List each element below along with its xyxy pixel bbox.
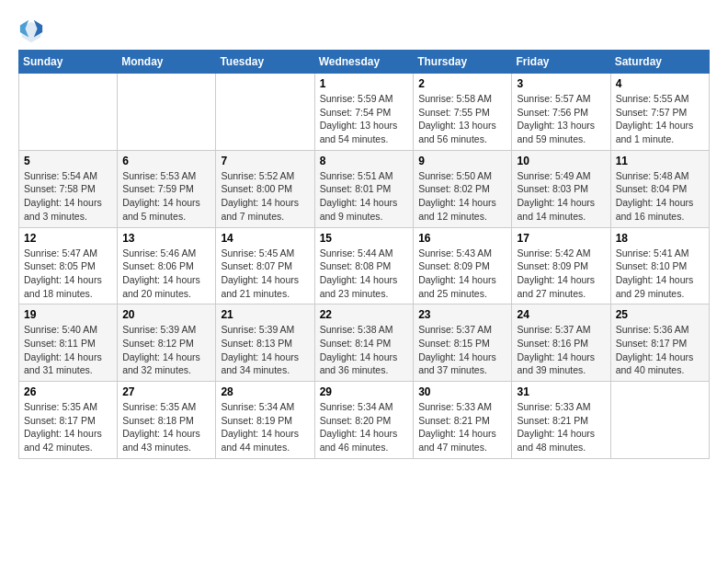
day-number: 29 xyxy=(320,385,409,398)
calendar-cell: 10Sunrise: 5:49 AM Sunset: 8:03 PM Dayli… xyxy=(512,150,610,227)
day-info: Sunrise: 5:40 AM Sunset: 8:11 PM Dayligh… xyxy=(24,323,112,377)
week-row-1: 1Sunrise: 5:59 AM Sunset: 7:54 PM Daylig… xyxy=(19,74,710,151)
week-row-3: 12Sunrise: 5:47 AM Sunset: 8:05 PM Dayli… xyxy=(19,227,710,304)
calendar-cell: 27Sunrise: 5:35 AM Sunset: 8:18 PM Dayli… xyxy=(118,382,216,459)
day-number: 21 xyxy=(221,308,309,321)
calendar-cell: 21Sunrise: 5:39 AM Sunset: 8:13 PM Dayli… xyxy=(216,304,314,382)
day-number: 22 xyxy=(320,308,409,321)
calendar: SundayMondayTuesdayWednesdayThursdayFrid… xyxy=(18,50,710,459)
calendar-cell xyxy=(610,382,709,459)
calendar-cell: 12Sunrise: 5:47 AM Sunset: 8:05 PM Dayli… xyxy=(19,227,118,304)
calendar-cell xyxy=(216,74,314,151)
day-number: 2 xyxy=(418,77,506,90)
day-info: Sunrise: 5:41 AM Sunset: 8:10 PM Dayligh… xyxy=(616,247,704,301)
day-info: Sunrise: 5:34 AM Sunset: 8:20 PM Dayligh… xyxy=(320,400,409,454)
calendar-cell: 24Sunrise: 5:37 AM Sunset: 8:16 PM Dayli… xyxy=(512,304,610,382)
day-info: Sunrise: 5:34 AM Sunset: 8:19 PM Dayligh… xyxy=(221,400,309,454)
day-info: Sunrise: 5:35 AM Sunset: 8:18 PM Dayligh… xyxy=(122,400,210,454)
day-number: 20 xyxy=(122,308,210,321)
calendar-cell: 3Sunrise: 5:57 AM Sunset: 7:56 PM Daylig… xyxy=(512,74,610,151)
calendar-cell: 9Sunrise: 5:50 AM Sunset: 8:02 PM Daylig… xyxy=(414,150,512,227)
day-info: Sunrise: 5:48 AM Sunset: 8:04 PM Dayligh… xyxy=(616,169,704,224)
calendar-cell: 18Sunrise: 5:41 AM Sunset: 8:10 PM Dayli… xyxy=(610,227,709,304)
calendar-cell: 13Sunrise: 5:46 AM Sunset: 8:06 PM Dayli… xyxy=(118,227,216,304)
calendar-cell: 1Sunrise: 5:59 AM Sunset: 7:54 PM Daylig… xyxy=(314,74,414,151)
day-number: 28 xyxy=(221,385,309,398)
day-number: 19 xyxy=(24,308,112,321)
calendar-cell: 26Sunrise: 5:35 AM Sunset: 8:17 PM Dayli… xyxy=(19,382,118,459)
day-number: 5 xyxy=(24,155,112,167)
week-row-2: 5Sunrise: 5:54 AM Sunset: 7:58 PM Daylig… xyxy=(19,150,710,227)
day-number: 15 xyxy=(320,232,409,245)
week-row-5: 26Sunrise: 5:35 AM Sunset: 8:17 PM Dayli… xyxy=(19,382,710,459)
day-info: Sunrise: 5:52 AM Sunset: 8:00 PM Dayligh… xyxy=(221,169,309,224)
day-number: 1 xyxy=(320,77,409,90)
day-info: Sunrise: 5:57 AM Sunset: 7:56 PM Dayligh… xyxy=(517,92,605,146)
day-info: Sunrise: 5:37 AM Sunset: 8:16 PM Dayligh… xyxy=(517,323,605,377)
day-number: 4 xyxy=(616,77,704,90)
day-number: 27 xyxy=(122,385,210,398)
day-info: Sunrise: 5:42 AM Sunset: 8:09 PM Dayligh… xyxy=(517,247,605,301)
day-number: 6 xyxy=(122,155,210,167)
day-number: 31 xyxy=(517,385,605,398)
calendar-cell: 8Sunrise: 5:51 AM Sunset: 8:01 PM Daylig… xyxy=(314,150,414,227)
day-info: Sunrise: 5:39 AM Sunset: 8:12 PM Dayligh… xyxy=(122,323,210,377)
day-number: 17 xyxy=(517,232,605,245)
header-wednesday: Wednesday xyxy=(314,51,414,74)
calendar-cell xyxy=(19,74,118,151)
day-number: 24 xyxy=(517,308,605,321)
calendar-cell: 25Sunrise: 5:36 AM Sunset: 8:17 PM Dayli… xyxy=(610,304,709,382)
day-number: 3 xyxy=(517,77,605,90)
calendar-cell: 17Sunrise: 5:42 AM Sunset: 8:09 PM Dayli… xyxy=(512,227,610,304)
day-info: Sunrise: 5:39 AM Sunset: 8:13 PM Dayligh… xyxy=(221,323,309,377)
calendar-cell: 23Sunrise: 5:37 AM Sunset: 8:15 PM Dayli… xyxy=(414,304,512,382)
header-monday: Monday xyxy=(118,51,216,74)
day-info: Sunrise: 5:36 AM Sunset: 8:17 PM Dayligh… xyxy=(616,323,704,377)
day-info: Sunrise: 5:37 AM Sunset: 8:15 PM Dayligh… xyxy=(418,323,506,377)
day-number: 26 xyxy=(24,385,112,398)
header-thursday: Thursday xyxy=(414,51,512,74)
day-info: Sunrise: 5:50 AM Sunset: 8:02 PM Dayligh… xyxy=(418,169,506,224)
day-number: 11 xyxy=(616,155,704,167)
header-saturday: Saturday xyxy=(610,51,709,74)
day-info: Sunrise: 5:33 AM Sunset: 8:21 PM Dayligh… xyxy=(418,400,506,454)
week-row-4: 19Sunrise: 5:40 AM Sunset: 8:11 PM Dayli… xyxy=(19,304,710,382)
calendar-cell: 4Sunrise: 5:55 AM Sunset: 7:57 PM Daylig… xyxy=(610,74,709,151)
day-number: 14 xyxy=(221,232,309,245)
calendar-cell: 6Sunrise: 5:53 AM Sunset: 7:59 PM Daylig… xyxy=(118,150,216,227)
calendar-cell: 31Sunrise: 5:33 AM Sunset: 8:21 PM Dayli… xyxy=(512,382,610,459)
calendar-cell: 28Sunrise: 5:34 AM Sunset: 8:19 PM Dayli… xyxy=(216,382,314,459)
calendar-cell: 7Sunrise: 5:52 AM Sunset: 8:00 PM Daylig… xyxy=(216,150,314,227)
day-info: Sunrise: 5:45 AM Sunset: 8:07 PM Dayligh… xyxy=(221,247,309,301)
day-info: Sunrise: 5:44 AM Sunset: 8:08 PM Dayligh… xyxy=(320,247,409,301)
calendar-cell: 15Sunrise: 5:44 AM Sunset: 8:08 PM Dayli… xyxy=(314,227,414,304)
calendar-cell: 14Sunrise: 5:45 AM Sunset: 8:07 PM Dayli… xyxy=(216,227,314,304)
day-info: Sunrise: 5:46 AM Sunset: 8:06 PM Dayligh… xyxy=(122,247,210,301)
calendar-cell: 19Sunrise: 5:40 AM Sunset: 8:11 PM Dayli… xyxy=(19,304,118,382)
day-info: Sunrise: 5:47 AM Sunset: 8:05 PM Dayligh… xyxy=(24,247,112,301)
calendar-cell xyxy=(118,74,216,151)
calendar-cell: 5Sunrise: 5:54 AM Sunset: 7:58 PM Daylig… xyxy=(19,150,118,227)
header-friday: Friday xyxy=(512,51,610,74)
day-info: Sunrise: 5:43 AM Sunset: 8:09 PM Dayligh… xyxy=(418,247,506,301)
day-number: 16 xyxy=(418,232,506,245)
day-number: 13 xyxy=(122,232,210,245)
calendar-cell: 30Sunrise: 5:33 AM Sunset: 8:21 PM Dayli… xyxy=(414,382,512,459)
header xyxy=(18,18,710,44)
day-info: Sunrise: 5:35 AM Sunset: 8:17 PM Dayligh… xyxy=(24,400,112,454)
logo xyxy=(18,18,48,44)
day-number: 9 xyxy=(418,155,506,167)
day-number: 18 xyxy=(616,232,704,245)
day-number: 12 xyxy=(24,232,112,245)
day-number: 30 xyxy=(418,385,506,398)
day-info: Sunrise: 5:38 AM Sunset: 8:14 PM Dayligh… xyxy=(320,323,409,377)
calendar-header-row: SundayMondayTuesdayWednesdayThursdayFrid… xyxy=(19,51,710,74)
calendar-cell: 16Sunrise: 5:43 AM Sunset: 8:09 PM Dayli… xyxy=(414,227,512,304)
day-number: 8 xyxy=(320,155,409,167)
day-info: Sunrise: 5:33 AM Sunset: 8:21 PM Dayligh… xyxy=(517,400,605,454)
calendar-cell: 2Sunrise: 5:58 AM Sunset: 7:55 PM Daylig… xyxy=(414,74,512,151)
day-number: 10 xyxy=(517,155,605,167)
day-info: Sunrise: 5:59 AM Sunset: 7:54 PM Dayligh… xyxy=(320,92,409,146)
day-number: 23 xyxy=(418,308,506,321)
calendar-cell: 11Sunrise: 5:48 AM Sunset: 8:04 PM Dayli… xyxy=(610,150,709,227)
